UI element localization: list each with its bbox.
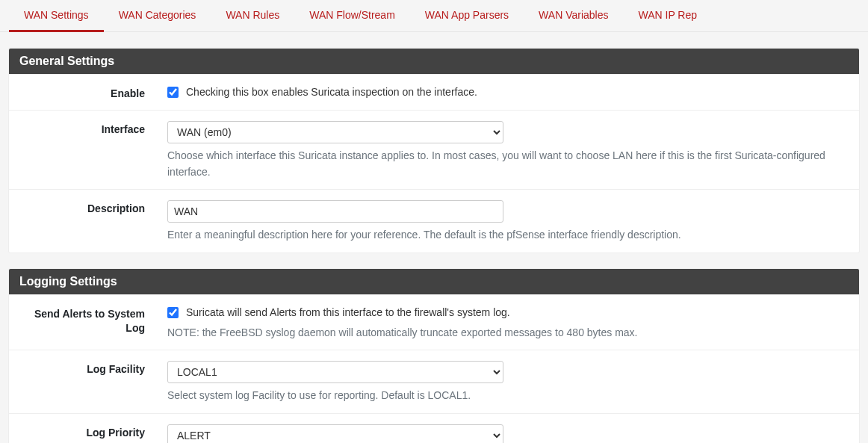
interface-help: Choose which interface this Suricata ins… <box>167 148 849 180</box>
log-priority-select[interactable]: ALERT <box>167 424 503 443</box>
description-input[interactable] <box>167 200 503 223</box>
tab-wan-rules[interactable]: WAN Rules <box>211 0 294 31</box>
label-enable: Enable <box>19 85 145 101</box>
tab-bar: WAN Settings WAN Categories WAN Rules WA… <box>0 0 868 32</box>
send-alerts-check-wrap[interactable]: Suricata will send Alerts from this inte… <box>167 306 849 320</box>
enable-checkbox[interactable] <box>167 87 179 98</box>
panel-general-settings: General Settings Enable Checking this bo… <box>9 49 859 253</box>
row-send-alerts: Send Alerts to System Log Suricata will … <box>9 294 859 350</box>
panel-header-logging: Logging Settings <box>9 269 859 294</box>
row-description: Description Enter a meaningful descripti… <box>9 189 859 253</box>
send-alerts-note: NOTE: the FreeBSD syslog daemon will aut… <box>167 325 849 341</box>
send-alerts-check-text: Suricata will send Alerts from this inte… <box>186 306 510 320</box>
panel-header-general: General Settings <box>9 49 859 74</box>
description-help: Enter a meaningful description here for … <box>167 227 849 244</box>
label-log-facility: Log Facility <box>19 361 145 377</box>
enable-check-text: Checking this box enables Suricata inspe… <box>186 85 477 100</box>
tab-wan-variables[interactable]: WAN Variables <box>524 0 623 31</box>
log-facility-select[interactable]: LOCAL1 <box>167 361 503 383</box>
enable-check-wrap[interactable]: Checking this box enables Suricata inspe… <box>167 85 849 100</box>
tab-wan-flow-stream[interactable]: WAN Flow/Stream <box>294 0 410 31</box>
tab-wan-ip-rep[interactable]: WAN IP Rep <box>623 0 712 31</box>
label-send-alerts: Send Alerts to System Log <box>19 306 145 335</box>
interface-select[interactable]: WAN (em0) <box>167 121 503 143</box>
row-enable: Enable Checking this box enables Suricat… <box>9 74 859 110</box>
send-alerts-checkbox[interactable] <box>167 307 179 318</box>
row-log-facility: Log Facility LOCAL1 Select system log Fa… <box>9 350 859 413</box>
tab-wan-app-parsers[interactable]: WAN App Parsers <box>410 0 524 31</box>
tab-wan-categories[interactable]: WAN Categories <box>104 0 211 31</box>
log-facility-help: Select system log Facility to use for re… <box>167 388 849 404</box>
panel-logging-settings: Logging Settings Send Alerts to System L… <box>9 269 859 443</box>
tab-wan-settings[interactable]: WAN Settings <box>9 0 104 31</box>
label-interface: Interface <box>19 121 145 137</box>
label-log-priority: Log Priority <box>19 424 145 440</box>
row-log-priority: Log Priority ALERT Select system log Pri… <box>9 413 859 443</box>
row-interface: Interface WAN (em0) Choose which interfa… <box>9 110 859 189</box>
label-description: Description <box>19 200 145 216</box>
